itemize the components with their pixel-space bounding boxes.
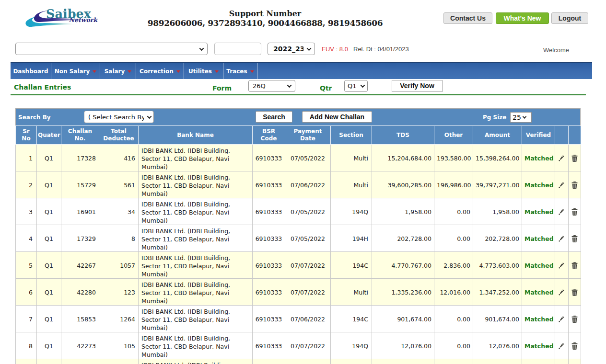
release-date: Rel. Dt : 04/01/2023 [353, 46, 409, 53]
logo-sub-text: Network [69, 16, 98, 23]
cell-bank-name: IDBI BANK Ltd. (IDBI Building, Sector 11… [139, 359, 253, 364]
contact-us-button[interactable]: Contact Us [443, 12, 492, 24]
column-header-verified: Verified [522, 126, 555, 145]
cell-other: 193,580.00 [434, 145, 473, 171]
dropdown-arrow-icon [215, 70, 219, 73]
company-select[interactable] [15, 43, 208, 55]
pg-size-select-value: 25 [513, 114, 521, 121]
edit-row-button[interactable] [555, 171, 569, 198]
cell-amount: 15,398,264.00 [473, 145, 522, 171]
nav-item-utilites[interactable]: Utilites [184, 63, 223, 79]
delete-row-button[interactable] [569, 359, 581, 364]
page-title: Challan Entries [14, 83, 71, 91]
logout-button[interactable]: Logout [551, 12, 588, 24]
cell-challan-no: 17329 [61, 225, 99, 252]
whats-new-button[interactable]: What's New [496, 12, 549, 24]
delete-row-button[interactable] [569, 225, 581, 252]
cell-amount: 12,076.00 [473, 332, 522, 359]
edit-row-button[interactable] [555, 332, 569, 359]
trash-icon [571, 155, 578, 162]
delete-row-button[interactable] [569, 198, 581, 225]
cell-bank-name: IDBI BANK Ltd. (IDBI Building, Sector 11… [139, 279, 253, 306]
edit-row-button[interactable] [555, 359, 569, 364]
edit-row-button[interactable] [555, 279, 569, 306]
form-select[interactable]: 26Q [248, 80, 295, 92]
cell-tds: 39,600,285.00 [372, 171, 434, 198]
chevron-down-icon [199, 46, 204, 51]
delete-row-button[interactable] [569, 332, 581, 359]
qtr-select[interactable]: Q1 [344, 80, 368, 92]
cell-amount: 39,797,271.00 [473, 171, 522, 198]
cell-bsr-code [253, 359, 285, 364]
fuv-version: FUV : 8.0 [322, 46, 348, 53]
nav-item-salary[interactable]: Salary [100, 63, 136, 79]
chevron-down-icon [523, 114, 526, 118]
cell-total-deductee: 1057 [99, 252, 139, 279]
cell-tds [372, 359, 434, 364]
nav-item-dashboard[interactable]: Dashboard [11, 63, 51, 79]
cell-total-deductee: 8 [99, 225, 139, 252]
cell-other: 0.00 [434, 198, 473, 225]
verify-now-button[interactable]: Verify Now [392, 80, 443, 92]
cell-challan-no: 42273 [61, 332, 99, 359]
column-header-bsr-code: BSR Code [253, 126, 285, 145]
cell-payment-date: 07/06/2022 [285, 171, 331, 198]
nav-item-non-salary[interactable]: Non Salary [51, 63, 100, 79]
cell-tds: 901,674.00 [372, 306, 434, 332]
cell-quarter: Q1 [37, 145, 61, 171]
cell-total-deductee: 416 [99, 145, 139, 171]
cell-payment-date [285, 359, 331, 364]
column-header-sr-no: Sr No [16, 126, 37, 145]
cell-tds: 1,958.00 [372, 198, 434, 225]
cell-bank-name: IDBI BANK Ltd. (IDBI Building, Sector 11… [139, 306, 253, 332]
delete-row-button[interactable] [569, 279, 581, 306]
search-button[interactable]: Search [256, 111, 292, 123]
add-new-challan-button[interactable]: Add New Challan [302, 111, 372, 123]
nav-item-traces[interactable]: Traces [223, 63, 257, 79]
cell-bsr-code: 6910333 [253, 279, 285, 306]
saibex-logo-graphic: Saibex Network [19, 3, 103, 31]
cell-section: 194C [331, 306, 372, 332]
pg-size-select[interactable]: 25 [510, 112, 532, 123]
table-row: 2 Q1 15729 561 IDBI BANK Ltd. (IDBI Buil… [16, 171, 581, 198]
delete-row-button[interactable] [569, 306, 581, 332]
delete-row-button[interactable] [569, 252, 581, 279]
cell-quarter: Q1 [37, 171, 61, 198]
delete-row-button[interactable] [569, 145, 581, 171]
cell-other: 196,986.00 [434, 171, 473, 198]
table-row: 3 Q1 16901 34 IDBI BANK Ltd. (IDBI Build… [16, 198, 581, 225]
dropdown-arrow-icon [250, 70, 254, 73]
column-header-tds: TDS [372, 126, 434, 145]
edit-row-button[interactable] [555, 198, 569, 225]
pencil-icon [559, 235, 565, 242]
cell-sr-no: 7 [16, 306, 37, 332]
delete-row-button[interactable] [569, 171, 581, 198]
edit-row-button[interactable] [555, 252, 569, 279]
cell-challan-no: 16901 [61, 198, 99, 225]
tan-input[interactable] [214, 43, 261, 55]
cell-bank-name: IDBI BANK Ltd. (IDBI Building, Sector 11… [139, 145, 253, 171]
chevron-down-icon [307, 46, 312, 51]
cell-verified-status: Matched [522, 279, 555, 306]
cell-bsr-code: 6910333 [253, 306, 285, 332]
support-title: Support Number [136, 9, 395, 18]
cell-tds: 15,204,684.00 [372, 145, 434, 171]
table-header: Sr NoQuaterChallan No.Total DeducteeBank… [16, 126, 581, 145]
assessment-year-select[interactable]: 2022_23 [268, 43, 315, 55]
cell-sr-no: 4 [16, 225, 37, 252]
cell-verified-status: Matched [522, 171, 555, 198]
edit-row-button[interactable] [555, 145, 569, 171]
support-number-block: Support Number 9892606006, 9372893410, 9… [136, 9, 395, 28]
cell-bsr-code: 6910333 [253, 225, 285, 252]
search-by-select[interactable]: ( Select Search By ) [84, 111, 154, 123]
edit-row-button[interactable] [555, 225, 569, 252]
cell-amount: 901,674.00 [473, 306, 522, 332]
table-row: 6 Q1 42280 123 IDBI BANK Ltd. (IDBI Buil… [16, 279, 581, 306]
nav-item-correction[interactable]: Correction [136, 63, 184, 79]
cell-section: 194C [331, 252, 372, 279]
support-numbers: 9892606006, 9372893410, 9004466888, 9819… [136, 18, 395, 28]
cell-quarter: Q1 [37, 279, 61, 306]
rel-date-label: Rel. Dt [353, 46, 373, 53]
trash-icon [571, 316, 578, 323]
edit-row-button[interactable] [555, 306, 569, 332]
